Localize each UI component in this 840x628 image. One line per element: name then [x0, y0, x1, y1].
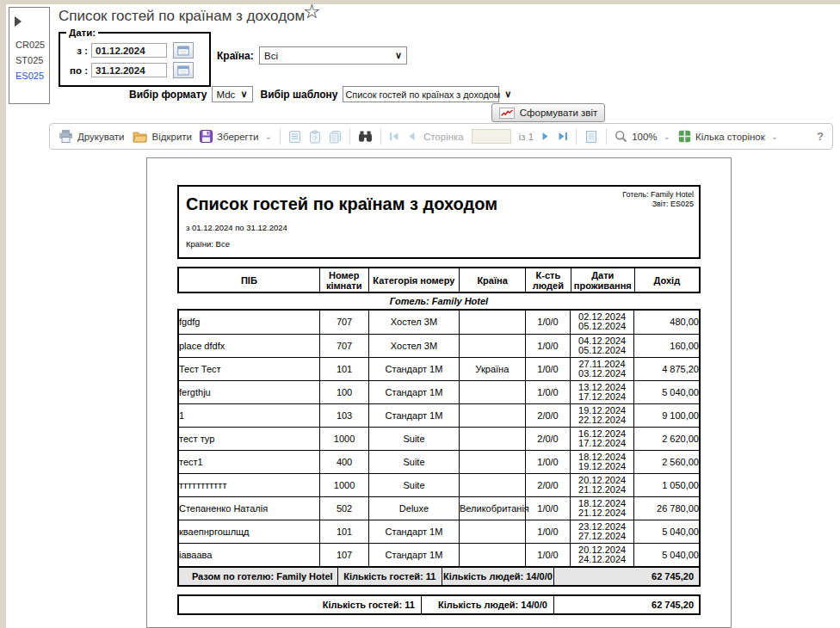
cell-room-number: 1000 — [320, 427, 369, 450]
print-button[interactable]: Друкувати — [59, 130, 125, 143]
cell-stay-dates: 18.12.202419.12.2024 — [571, 450, 634, 473]
multipage-view-control[interactable]: Кілька сторінок ⌄ — [678, 130, 778, 143]
cell-people-count: 1/0/0 — [525, 334, 571, 357]
grand-total-row: Кількість гостей: 11 Кількість людей: 14… — [177, 594, 701, 615]
sidebar-item-cr025[interactable]: CR025 — [9, 37, 49, 52]
table-row: fgdfg707Хостел 3М1/0/002.12.202405.12.20… — [179, 311, 699, 334]
cell-stay-dates: 18.12.202421.12.2024 — [571, 496, 634, 520]
report-info: Готель: Family Hotel Звіт: ES025 — [622, 190, 694, 209]
search-binoculars-icon[interactable] — [358, 131, 373, 142]
cell-income: 2 560,00 — [633, 450, 699, 473]
single-page-view-icon[interactable] — [584, 130, 598, 144]
table-row: Тест Тест101Стандарт 1МУкраїна1/0/027.11… — [179, 357, 699, 380]
date-from-input[interactable] — [91, 43, 167, 58]
hotel-total-people: Кількість людей: 14/0/0 — [442, 568, 553, 585]
cell-room-category: Suite — [368, 427, 459, 450]
report-period: з 01.12.2024 по 31.12.2024 — [186, 223, 692, 232]
grand-total-people: Кількість людей: 14/0/0 — [421, 596, 553, 613]
printer-icon — [59, 130, 73, 143]
help-button[interactable]: ? — [817, 130, 824, 143]
cell-income: 480,00 — [633, 311, 699, 334]
last-page-button[interactable] — [558, 132, 568, 141]
table-row: кваепнргошлщд101Стандарт 1М1/0/023.12.20… — [179, 520, 699, 543]
cell-room-category: Стандарт 1М — [368, 403, 459, 427]
table-row: ттттттттттт1000Suite2/0/020.12.202421.12… — [179, 473, 699, 496]
open-label: Відкрити — [152, 132, 192, 142]
date-from-label: з : — [65, 46, 88, 56]
page-number-input[interactable] — [472, 129, 511, 144]
cell-stay-dates: 23.12.202427.12.2024 — [571, 520, 634, 543]
clipboard-icon[interactable]: ? — [309, 130, 321, 144]
hotel-total-income: 62 745,20 — [553, 568, 699, 585]
cell-country — [460, 473, 526, 496]
template-select[interactable]: Список гостей по країнах з доходом ∨ — [343, 86, 499, 102]
magnifier-icon — [615, 130, 627, 143]
cell-country — [460, 450, 526, 473]
date-from-calendar-button[interactable] — [173, 42, 194, 58]
cell-room-number: 100 — [320, 380, 369, 403]
column-header-category: Категорія номеру — [368, 268, 459, 292]
table-row: 1103Стандарт 1М2/0/019.12.202422.12.2024… — [179, 403, 699, 427]
date-to-input[interactable] — [91, 63, 167, 77]
hotel-group-header: Готель: Family Hotel — [177, 293, 701, 309]
cell-room-category: Стандарт 1М — [368, 380, 459, 403]
country-label: Країна: — [217, 50, 254, 62]
cell-stay-dates: 04.12.202405.12.2024 — [571, 334, 634, 357]
template-label: Вибір шаблону — [261, 89, 338, 101]
cell-country — [460, 520, 526, 543]
chevron-down-icon: ∨ — [504, 89, 511, 100]
cell-guest-name: тест1 — [179, 450, 320, 473]
template-selected-value: Список гостей по країнах з доходом — [346, 89, 501, 100]
date-to-calendar-button[interactable] — [173, 62, 194, 78]
svg-text:?: ? — [313, 134, 318, 142]
cell-guest-name: іаваава — [179, 543, 320, 566]
first-page-button[interactable] — [389, 132, 399, 141]
calendar-icon — [177, 65, 189, 76]
cell-people-count: 1/0/0 — [525, 543, 571, 566]
save-button[interactable]: Зберегти ⌄ — [200, 130, 272, 143]
chevron-down-icon: ∨ — [240, 89, 247, 100]
expand-sidebar-icon[interactable] — [15, 16, 22, 27]
document-properties-icon[interactable] — [288, 130, 301, 144]
dates-fieldset: Дати: з : по : — [59, 28, 211, 87]
column-header-country: Країна — [460, 268, 526, 292]
cell-guest-name: fgdfg — [179, 311, 320, 334]
cell-country — [460, 403, 526, 427]
report-hotel-line: Готель: Family Hotel — [622, 190, 694, 200]
report-header-box: Список гостей по країнам з доходом Готел… — [177, 185, 701, 259]
previous-page-button[interactable] — [407, 132, 416, 141]
page-title: Список гостей по країнам з доходом — [59, 8, 305, 25]
print-label: Друкувати — [77, 132, 125, 142]
cell-room-number: 400 — [320, 450, 369, 473]
column-header-room: Номер кімнати — [319, 268, 368, 292]
grid-pages-icon — [678, 130, 691, 143]
cell-people-count: 1/0/0 — [525, 357, 571, 380]
zoom-control[interactable]: 100% ⌄ — [615, 130, 670, 143]
favorite-star-icon[interactable]: ☆ — [303, 2, 321, 22]
hotel-total-row: Разом по готелю: Family Hotel Кількість … — [179, 567, 699, 585]
cell-room-category: Deluxe — [368, 496, 459, 520]
country-select[interactable]: Всі ∨ — [259, 46, 407, 65]
sidebar-item-es025[interactable]: ES025 — [9, 68, 49, 83]
chevron-down-icon: ⌄ — [664, 132, 670, 141]
open-button[interactable]: Відкрити — [133, 131, 192, 143]
viewer-toolbar: Друкувати Відкрити Зберегти ⌄ ? — [49, 123, 833, 150]
cell-stay-dates: 20.12.202421.12.2024 — [571, 473, 634, 496]
column-header-people: К-сть людей — [526, 268, 571, 292]
report-table-body: fgdfg707Хостел 3М1/0/002.12.202405.12.20… — [179, 311, 699, 566]
cell-income: 26 780,00 — [633, 496, 699, 520]
cell-guest-name: place dfdfx — [179, 334, 320, 357]
copy-pages-icon[interactable] — [329, 130, 342, 144]
format-select[interactable]: Mdc ∨ — [212, 86, 253, 102]
cell-room-category: Suite — [368, 450, 459, 473]
cell-stay-dates: 27.11.202403.12.2024 — [571, 357, 634, 380]
cell-people-count: 1/0/0 — [525, 380, 571, 403]
sidebar-item-st025[interactable]: ST025 — [9, 52, 49, 68]
zoom-value: 100% — [632, 132, 657, 142]
cell-people-count: 1/0/0 — [525, 311, 571, 334]
report-table-header: ПІБ Номер кімнати Категорія номеру Країн… — [177, 267, 701, 293]
next-page-button[interactable] — [541, 132, 550, 141]
cell-guest-name: тест тур — [179, 427, 320, 450]
table-row: fergthju100Стандарт 1М1/0/013.12.202417.… — [179, 380, 699, 403]
generate-report-button[interactable]: Сформувати звіт — [491, 103, 605, 122]
